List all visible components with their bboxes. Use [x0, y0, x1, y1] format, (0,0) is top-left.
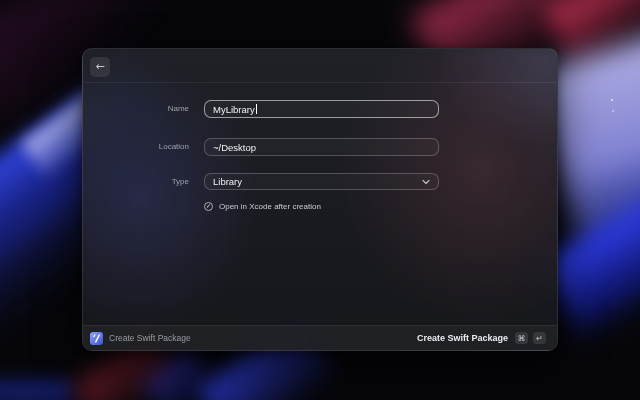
light-speck — [611, 99, 613, 101]
type-label: Type — [83, 173, 189, 190]
location-input-value: ~/Desktop — [213, 142, 256, 153]
name-input-value: MyLibrary — [213, 104, 255, 115]
location-label: Location — [83, 138, 189, 156]
footer-left: Create Swift Package — [90, 332, 417, 345]
open-in-xcode-checkbox[interactable]: ✓ Open in Xcode after creation — [204, 200, 321, 212]
action-label: Create Swift Package — [417, 333, 508, 343]
window-footer: Create Swift Package Create Swift Packag… — [83, 325, 557, 350]
name-label: Name — [83, 100, 189, 118]
wallpaper-band-bottomedge-blue — [0, 382, 70, 400]
checkbox-check-icon: ✓ — [204, 202, 213, 211]
return-key-icon: ↵ — [533, 332, 546, 344]
name-input[interactable]: MyLibrary — [204, 100, 439, 118]
create-swift-package-action[interactable]: Create Swift Package ⌘ ↵ — [417, 332, 546, 344]
light-speck — [612, 110, 614, 112]
create-swift-package-app-icon — [90, 332, 103, 345]
location-input[interactable]: ~/Desktop — [204, 138, 439, 156]
type-dropdown[interactable]: Library — [204, 173, 439, 190]
back-arrow-icon: ← — [95, 60, 104, 73]
wallpaper-band-bottom-blue-2 — [140, 344, 224, 400]
text-caret — [256, 104, 257, 114]
back-button[interactable]: ← — [90, 57, 110, 77]
create-swift-package-window: ← Name MyLibrary Location ~/Desktop Type… — [82, 48, 558, 351]
wallpaper-band-right-blue — [572, 162, 640, 317]
window-header: ← — [83, 49, 557, 83]
chevron-down-icon — [422, 179, 430, 184]
type-dropdown-value: Library — [213, 176, 242, 187]
checkbox-label: Open in Xcode after creation — [219, 202, 321, 211]
command-key-icon: ⌘ — [515, 332, 528, 344]
footer-title: Create Swift Package — [109, 333, 191, 343]
